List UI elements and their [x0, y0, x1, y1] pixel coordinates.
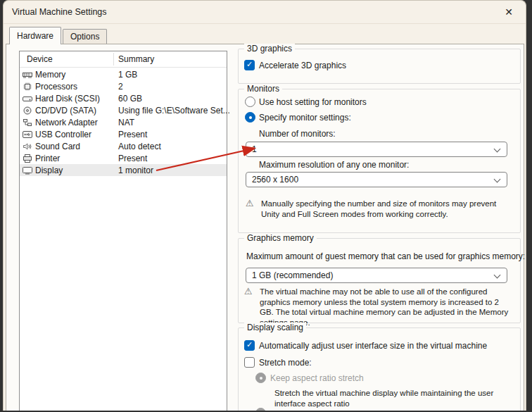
device-summary: 60 GB: [118, 94, 142, 104]
max-resolution-dropdown[interactable]: 2560 x 1600: [246, 172, 507, 187]
device-row-sound-card[interactable]: Sound Card Auto detect: [20, 140, 227, 152]
monitors-warning-text: Manually specifying the number and size …: [261, 199, 513, 219]
device-label: Hard Disk (SCSI): [35, 94, 100, 104]
max-resolution-value: 2560 x 1600: [252, 175, 298, 185]
max-resolution-label: Maximum resolution of any one monitor:: [259, 160, 409, 170]
device-label: Memory: [35, 70, 65, 80]
device-row-hard-disk[interactable]: Hard Disk (SCSI) 60 GB: [20, 92, 227, 104]
warning-icon: ⚠: [246, 198, 254, 208]
device-summary: NAT: [118, 118, 134, 127]
group-title-graphics-memory: Graphics memory: [244, 233, 317, 243]
graphics-memory-warning-text: The virtual machine may not be able to u…: [260, 287, 514, 327]
number-of-monitors-dropdown[interactable]: 1: [246, 142, 507, 157]
device-row-display[interactable]: Display 1 monitor: [20, 164, 227, 176]
warning-icon: ⚠: [244, 286, 253, 296]
group-title-monitors: Monitors: [244, 84, 282, 94]
number-of-monitors-label: Number of monitors:: [259, 129, 336, 139]
device-label: USB Controller: [35, 130, 91, 139]
tab-strip: Hardware Options: [9, 29, 108, 44]
column-device: Device: [27, 54, 53, 64]
vm-settings-dialog: Virtual Machine Settings ✕ Hardware Opti…: [3, 0, 526, 411]
device-label: Printer: [35, 154, 60, 163]
use-host-setting-radio[interactable]: [245, 96, 255, 107]
column-summary: Summary: [118, 54, 154, 64]
device-summary: Auto detect: [118, 142, 161, 151]
device-row-cd-dvd[interactable]: CD/DVD (SATA) Using file G:\E\Software S…: [20, 104, 227, 116]
dialog-title: Virtual Machine Settings: [12, 7, 107, 17]
device-label: Sound Card: [35, 142, 80, 151]
column-separator: [113, 53, 114, 65]
title-bar: Virtual Machine Settings ✕: [4, 1, 526, 24]
close-icon[interactable]: ✕: [499, 3, 519, 21]
keep-aspect-ratio-description: Stretch the virtual machine display whil…: [274, 388, 522, 408]
device-summary: Present: [118, 130, 147, 139]
graphics-memory-value: 1 GB (recommended): [252, 270, 333, 280]
hard-disk-icon: [23, 94, 34, 103]
network-icon: [23, 118, 34, 127]
group-title-display-scaling: Display scaling: [244, 323, 306, 332]
tab-options[interactable]: Options: [63, 29, 107, 44]
device-label: Display: [35, 166, 63, 175]
memory-icon: [23, 70, 34, 79]
chevron-down-icon: [494, 176, 501, 183]
keep-aspect-ratio-label: Keep aspect ratio stretch: [270, 373, 364, 383]
keep-aspect-ratio-radio: [255, 373, 266, 383]
printer-icon: [23, 154, 34, 163]
device-summary: 1 GB: [118, 70, 137, 80]
stretch-mode-checkbox[interactable]: [244, 357, 255, 368]
device-summary: 2: [118, 82, 123, 92]
use-host-setting-label: Use host setting for monitors: [259, 97, 367, 107]
number-of-monitors-value: 1: [252, 144, 257, 154]
accelerate-3d-checkbox[interactable]: [244, 60, 255, 70]
device-label: CD/DVD (SATA): [35, 106, 96, 116]
stretch-mode-label: Stretch mode:: [259, 358, 312, 368]
device-list: Device Summary Memory 1 GB Processors 2 …: [19, 51, 227, 411]
device-summary: 1 monitor: [118, 166, 153, 175]
device-label: Processors: [35, 82, 77, 92]
device-row-printer[interactable]: Printer Present: [20, 152, 227, 164]
tab-hardware[interactable]: Hardware: [9, 27, 61, 44]
processor-icon: [23, 82, 34, 91]
device-rows: Memory 1 GB Processors 2 Hard Disk (SCSI…: [20, 68, 227, 176]
device-label: Network Adapter: [35, 118, 98, 127]
specify-monitor-radio[interactable]: [245, 112, 255, 123]
auto-adjust-ui-checkbox[interactable]: [244, 340, 255, 351]
group-title-3d-graphics: 3D graphics: [244, 44, 295, 54]
specify-monitor-label: Specify monitor settings:: [259, 113, 351, 123]
graphics-memory-label: Maximum amount of guest memory that can …: [246, 251, 525, 261]
chevron-down-icon: [494, 272, 501, 279]
chevron-down-icon: [494, 146, 501, 153]
device-row-network-adapter[interactable]: Network Adapter NAT: [20, 116, 227, 128]
device-summary: Present: [118, 154, 147, 163]
cd-dvd-icon: [23, 106, 34, 115]
display-icon: [23, 166, 34, 175]
device-row-processors[interactable]: Processors 2: [20, 80, 227, 92]
sound-icon: [23, 142, 34, 151]
device-row-usb-controller[interactable]: USB Controller Present: [20, 128, 227, 140]
auto-adjust-ui-label: Automatically adjust user interface size…: [259, 341, 487, 351]
device-list-header[interactable]: Device Summary: [20, 51, 227, 68]
device-row-memory[interactable]: Memory 1 GB: [20, 68, 227, 80]
usb-icon: [23, 130, 34, 139]
graphics-memory-dropdown[interactable]: 1 GB (recommended): [246, 268, 507, 283]
accelerate-3d-label: Accelerate 3D graphics: [259, 61, 346, 70]
device-summary: Using file G:\E\Software Set...: [118, 106, 230, 116]
